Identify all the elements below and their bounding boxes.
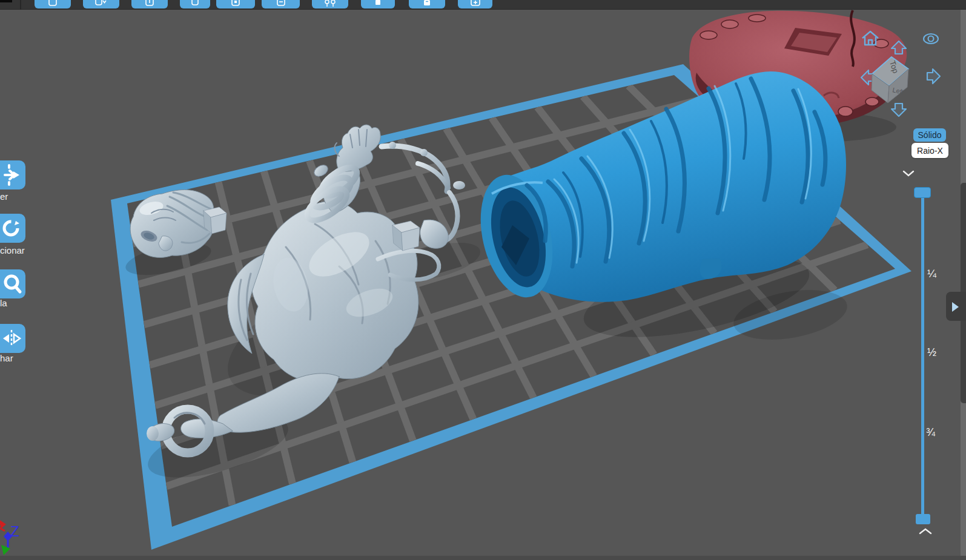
move-icon: [1, 163, 23, 187]
collapse-chevron-button[interactable]: [902, 170, 915, 179]
sidebar-label-scale: la: [0, 298, 7, 308]
toolbar-button-2[interactable]: [83, 0, 119, 8]
square-filled-icon: [372, 0, 384, 7]
view-cube[interactable]: Top Left: [867, 53, 911, 107]
view-mode-solid-button[interactable]: Sólido: [913, 128, 946, 142]
mirror-icon: [1, 326, 23, 351]
rotate-icon: [1, 216, 23, 240]
view-cube-icon: Top Left: [867, 53, 911, 105]
small-box-icon: [189, 0, 201, 7]
layer-slider-track[interactable]: [921, 193, 924, 519]
rotate-view-right-button[interactable]: [925, 67, 941, 88]
slider-mark-three-quarter: ¾: [926, 426, 935, 439]
supports-icon: [323, 0, 337, 7]
expand-triangle-icon: [950, 301, 960, 313]
toolbar-button-8[interactable]: [361, 0, 395, 8]
toolbar-button-10[interactable]: [458, 0, 492, 8]
toolbar-button-9[interactable]: [409, 0, 445, 8]
toolbar-button-7[interactable]: [312, 0, 348, 8]
layer-slider-upper-handle[interactable]: [914, 187, 931, 198]
top-toolbar: [0, 0, 966, 10]
slider-mark-half: ½: [927, 346, 936, 359]
sidebar-label-rotate: cionar: [0, 245, 25, 255]
axis-z-label: Z: [10, 523, 19, 539]
square-notch-icon: [421, 0, 433, 7]
home-view-button[interactable]: [860, 29, 881, 49]
eye-icon: [922, 31, 940, 46]
box-plus-icon: [469, 0, 481, 7]
toolbar-button-3[interactable]: [131, 0, 168, 8]
scale-icon: [1, 272, 23, 296]
expand-panel-tab[interactable]: [946, 292, 966, 321]
bottom-bar: [0, 556, 966, 560]
view-mode-xray-button[interactable]: Raio-X: [911, 143, 948, 158]
sidebar-button-move[interactable]: [0, 160, 25, 189]
visibility-button[interactable]: [922, 31, 940, 48]
layer-slider-lower-handle[interactable]: [916, 514, 930, 524]
arrow-right-icon: [925, 67, 941, 86]
box-filled-icon: [230, 0, 242, 7]
box-dropdown-icon: [95, 0, 107, 7]
sidebar-button-mirror[interactable]: [0, 324, 25, 353]
sidebar-label-mirror: har: [0, 353, 13, 363]
menu-dash-icon[interactable]: [0, 0, 12, 2]
scroll-up-chevron-button[interactable]: [919, 527, 932, 537]
sidebar-label-move: er: [0, 191, 8, 202]
box-minus-icon: [275, 0, 287, 7]
grey-connector-cube-1[interactable]: [203, 207, 227, 234]
toolbar-button-1[interactable]: [35, 0, 71, 8]
toolbar-button-6[interactable]: [262, 0, 300, 8]
toolbar-button-4[interactable]: [180, 0, 210, 8]
box-import-icon: [144, 0, 156, 7]
chevron-up-icon: [919, 527, 932, 535]
sidebar-button-rotate[interactable]: [0, 214, 25, 243]
box-icon: [47, 0, 59, 7]
home-icon: [860, 29, 881, 47]
sidebar-button-scale[interactable]: [0, 269, 25, 298]
chevron-down-icon: [902, 170, 915, 177]
toolbar-separator: [20, 0, 21, 10]
toolbar-button-5[interactable]: [216, 0, 255, 8]
slider-mark-quarter: ¼: [927, 268, 936, 280]
slicer-app: Z er cionar la har: [0, 0, 966, 560]
viewport-3d[interactable]: Z: [0, 0, 966, 560]
